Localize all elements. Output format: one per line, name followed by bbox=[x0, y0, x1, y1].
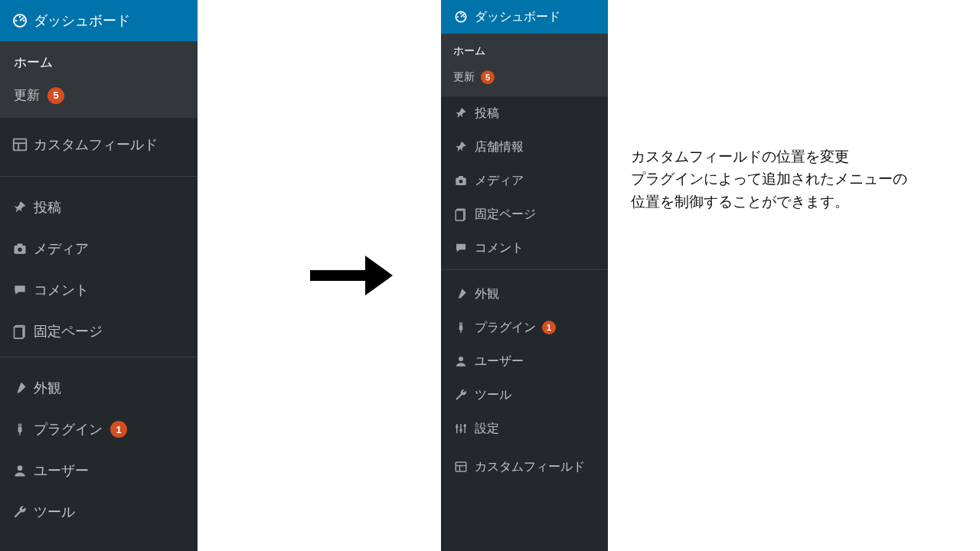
pin-icon bbox=[449, 106, 473, 120]
updates-badge: 5 bbox=[47, 87, 64, 104]
menu-shop-info[interactable]: 店舗情報 bbox=[441, 130, 608, 164]
pin-icon bbox=[8, 200, 32, 215]
plug-icon bbox=[8, 422, 32, 437]
sliders-icon bbox=[449, 422, 473, 435]
menu-tools[interactable]: ツール bbox=[0, 491, 198, 533]
menu-posts[interactable]: 投稿 bbox=[441, 96, 608, 130]
gap bbox=[198, 0, 271, 551]
menu-appearance[interactable]: 外観 bbox=[441, 277, 608, 311]
camera-icon bbox=[449, 174, 473, 187]
menu-plugins[interactable]: プラグイン 1 bbox=[0, 409, 198, 450]
layout-icon bbox=[449, 460, 473, 474]
dashboard-label: ダッシュボード bbox=[32, 12, 130, 30]
submenu-home[interactable]: ホーム bbox=[441, 38, 608, 64]
arrow-right-icon bbox=[310, 268, 402, 283]
desc-line-1: カスタムフィールドの位置を変更 bbox=[631, 145, 965, 168]
menu-pages[interactable]: 固定ページ bbox=[0, 311, 198, 352]
dashboard-submenu: ホーム 更新 5 bbox=[0, 41, 198, 118]
wrench-icon bbox=[449, 388, 473, 402]
updates-badge: 5 bbox=[481, 70, 495, 84]
before-admin-menu: ダッシュボード ホーム 更新 5 カスタムフィールド 投稿 メディア コメント … bbox=[0, 0, 198, 551]
menu-custom-fields[interactable]: カスタムフィールド bbox=[441, 445, 608, 488]
menu-users[interactable]: ユーザー bbox=[441, 344, 608, 378]
dashboard-label: ダッシュボード bbox=[473, 9, 560, 24]
submenu-updates[interactable]: 更新 5 bbox=[441, 64, 608, 90]
brush-icon bbox=[449, 287, 473, 301]
menu-pages[interactable]: 固定ページ bbox=[441, 197, 608, 231]
plugin-badge: 1 bbox=[542, 321, 556, 334]
dashboard-icon bbox=[449, 9, 473, 24]
plugin-badge: 1 bbox=[110, 421, 127, 438]
wrench-icon bbox=[8, 504, 32, 520]
camera-icon bbox=[8, 241, 32, 256]
menu-settings[interactable]: 設定 bbox=[441, 412, 608, 445]
page-icon bbox=[449, 207, 473, 221]
user-icon bbox=[8, 463, 32, 478]
arrow-column bbox=[271, 0, 441, 551]
comment-icon bbox=[8, 282, 32, 298]
dashboard-menu-item[interactable]: ダッシュボード bbox=[0, 0, 198, 41]
plug-icon bbox=[449, 321, 473, 334]
submenu-updates[interactable]: 更新 5 bbox=[0, 79, 198, 112]
dashboard-icon bbox=[8, 11, 32, 30]
layout-icon bbox=[8, 136, 32, 153]
menu-comments[interactable]: コメント bbox=[441, 231, 608, 265]
user-icon bbox=[449, 354, 473, 368]
description-text: カスタムフィールドの位置を変更 プラグインによって追加されたメニューの 位置を制… bbox=[608, 0, 980, 551]
comment-icon bbox=[449, 241, 473, 255]
dashboard-submenu: ホーム 更新 5 bbox=[441, 34, 608, 96]
menu-comments[interactable]: コメント bbox=[0, 269, 198, 311]
menu-appearance[interactable]: 外観 bbox=[0, 367, 198, 409]
menu-plugins[interactable]: プラグイン 1 bbox=[441, 311, 608, 344]
dashboard-menu-item[interactable]: ダッシュボード bbox=[441, 0, 608, 34]
desc-line-3: 位置を制御することができます。 bbox=[631, 191, 965, 213]
separator bbox=[0, 357, 198, 367]
page-icon bbox=[8, 324, 32, 339]
desc-line-2: プラグインによって追加されたメニューの bbox=[631, 168, 965, 190]
after-admin-menu: ダッシュボード ホーム 更新 5 投稿 店舗情報 メディア 固定ページ コメント… bbox=[441, 0, 608, 551]
menu-media[interactable]: メディア bbox=[0, 228, 198, 269]
separator bbox=[0, 176, 198, 187]
menu-users[interactable]: ユーザー bbox=[0, 450, 198, 491]
menu-media[interactable]: メディア bbox=[441, 164, 608, 197]
menu-posts[interactable]: 投稿 bbox=[0, 187, 198, 228]
separator bbox=[441, 269, 608, 277]
pin-icon bbox=[449, 140, 473, 154]
menu-custom-fields[interactable]: カスタムフィールド bbox=[0, 118, 198, 171]
menu-tools[interactable]: ツール bbox=[441, 378, 608, 412]
submenu-home[interactable]: ホーム bbox=[0, 46, 198, 79]
brush-icon bbox=[8, 380, 32, 396]
